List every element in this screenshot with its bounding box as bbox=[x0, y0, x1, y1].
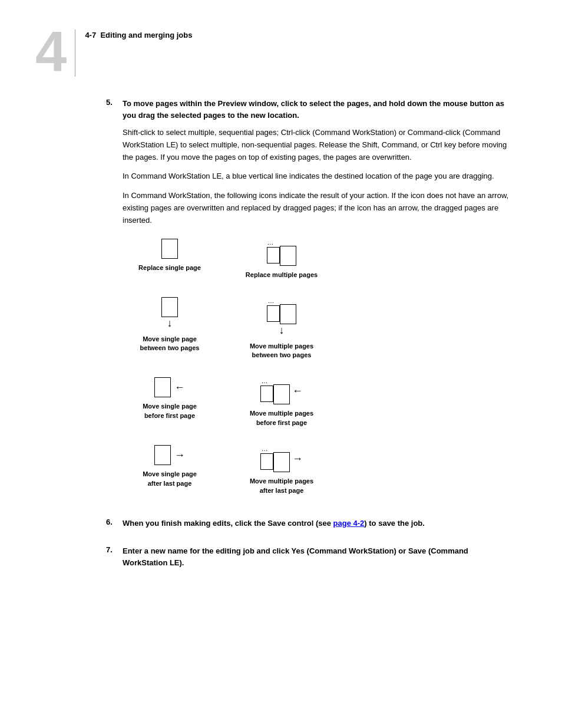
step-5-number: 5. bbox=[106, 98, 123, 107]
section-title: Editing and merging jobs bbox=[100, 31, 192, 39]
step-5-para1: Shift-click to select multiple, sequenti… bbox=[123, 127, 515, 163]
section-number: 4-7 bbox=[85, 31, 96, 39]
page-icon-msbf bbox=[154, 377, 171, 397]
arrow-down-multi: ↓ bbox=[279, 324, 285, 337]
icon-move-single-before-graphic: ← bbox=[154, 377, 185, 397]
step-6-text-before: When you finish making edits, click the … bbox=[123, 519, 333, 528]
step-6-text: When you finish making edits, click the … bbox=[123, 518, 515, 529]
icon-replace-multiple: … Replace multiple pages bbox=[223, 239, 340, 279]
arrow-right-single: → bbox=[174, 450, 185, 460]
icon-move-multiple-after-label: Move multiple pagesafter last page bbox=[250, 477, 313, 495]
arrow-right-multi: → bbox=[292, 453, 303, 464]
page-icon-msb bbox=[161, 297, 178, 317]
icon-move-single-between-label: Move single pagebetween two pages bbox=[140, 335, 200, 353]
vertical-divider bbox=[75, 29, 75, 77]
step-6: 6. When you finish making edits, click t… bbox=[106, 518, 515, 535]
icon-replace-multiple-graphic: … bbox=[267, 239, 296, 266]
icon-replace-single: Replace single page bbox=[123, 239, 217, 279]
step-6-content: When you finish making edits, click the … bbox=[123, 518, 515, 535]
icon-move-single-before-label: Move single pagebefore first page bbox=[143, 402, 197, 420]
step-7-content: Enter a new name for the editing job and… bbox=[123, 545, 515, 574]
icon-move-multiple-between-label: Move multiple pagesbetween two pages bbox=[250, 342, 313, 360]
page-icon-multi-back bbox=[267, 247, 280, 263]
icon-move-multiple-before: … ← Move multiple pagesbefore first page bbox=[223, 377, 340, 427]
step-5: 5. To move pages within the Preview wind… bbox=[106, 98, 515, 507]
page-icon-mmal-back bbox=[260, 453, 273, 470]
page-icon-mmb-front bbox=[280, 304, 296, 324]
step-5-para2: In Command WorkStation LE, a blue vertic… bbox=[123, 170, 515, 183]
icon-move-single-between-graphic: ↓ bbox=[161, 297, 178, 330]
step-6-link[interactable]: page 4-2 bbox=[333, 519, 365, 528]
icon-move-single-before: ← Move single pagebefore first page bbox=[123, 377, 217, 427]
icon-replace-single-graphic bbox=[161, 239, 178, 259]
step-5-para3: In Command WorkStation, the following ic… bbox=[123, 190, 515, 226]
page-icon-mmbf-back bbox=[260, 386, 273, 402]
icon-move-single-after-graphic: → bbox=[154, 445, 185, 465]
icon-move-multiple-before-graphic: … ← bbox=[260, 377, 303, 404]
step-5-bold: To move pages within the Preview window,… bbox=[123, 98, 515, 121]
icons-section: Replace single page … Replace multiple p… bbox=[123, 239, 515, 495]
page-icon-single bbox=[161, 239, 178, 259]
step-7: 7. Enter a new name for the editing job … bbox=[106, 545, 515, 574]
icon-replace-single-label: Replace single page bbox=[138, 263, 201, 272]
step-7-number: 7. bbox=[106, 545, 123, 554]
chapter-number: 4 bbox=[35, 24, 65, 80]
page-icon-multi-front bbox=[280, 246, 296, 266]
header-area: 4 4-7 Editing and merging jobs bbox=[0, 24, 562, 80]
content-area: 5. To move pages within the Preview wind… bbox=[0, 98, 562, 574]
icon-replace-multiple-label: Replace multiple pages bbox=[246, 271, 318, 279]
icon-move-multiple-between-graphic: … ↓ bbox=[267, 297, 296, 337]
icon-move-multiple-after: … → Move multiple pagesafter last page bbox=[223, 445, 340, 495]
page-icon-mmbf-front bbox=[273, 384, 290, 404]
icon-move-multiple-before-label: Move multiple pagesbefore first page bbox=[250, 409, 313, 427]
icon-move-multiple-after-graphic: … → bbox=[260, 445, 303, 472]
step-5-content: To move pages within the Preview window,… bbox=[123, 98, 515, 507]
arrow-down-single: ↓ bbox=[167, 317, 173, 330]
icon-move-multiple-between: … ↓ Move multiple pagesbetween two pages bbox=[223, 297, 340, 360]
page-container: 4 4-7 Editing and merging jobs 5. To mov… bbox=[0, 0, 562, 728]
page-icon-mmal-front bbox=[273, 452, 290, 472]
page-icon-msal bbox=[154, 445, 171, 465]
arrow-left-multi: ← bbox=[292, 386, 303, 396]
page-icon-mmb-back bbox=[267, 305, 280, 322]
icon-move-single-after: → Move single pageafter last page bbox=[123, 445, 217, 495]
step-6-text-after: ) to save the job. bbox=[364, 519, 425, 528]
arrow-left-single: ← bbox=[174, 382, 185, 393]
step-6-number: 6. bbox=[106, 518, 123, 526]
chapter-info: 4-7 Editing and merging jobs bbox=[85, 31, 192, 39]
icon-move-single-between: ↓ Move single pagebetween two pages bbox=[123, 297, 217, 360]
icon-move-single-after-label: Move single pageafter last page bbox=[143, 470, 197, 488]
step-7-text: Enter a new name for the editing job and… bbox=[123, 545, 515, 568]
